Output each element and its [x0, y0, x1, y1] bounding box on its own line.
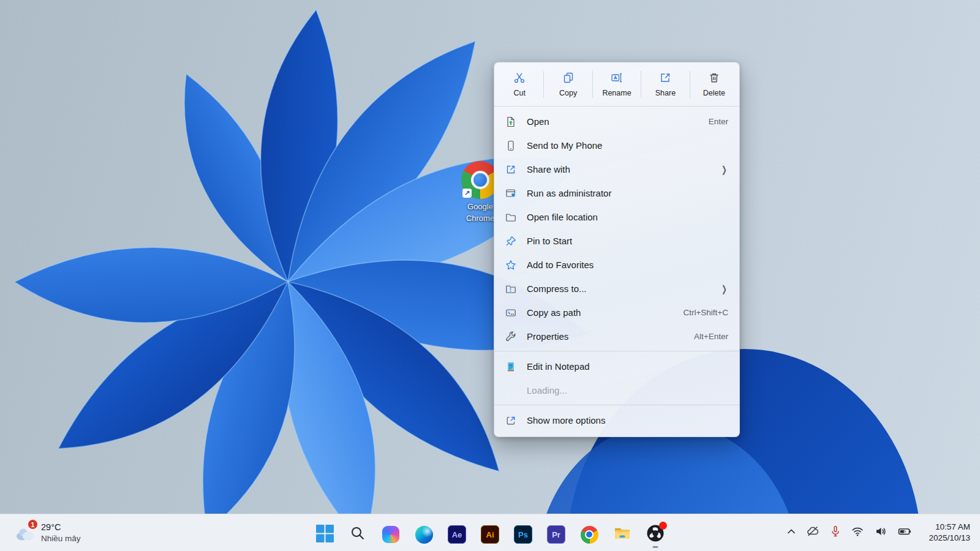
cloud-weather-icon [15, 533, 36, 544]
menu-item-shortcut: Ctrl+Shift+C [683, 308, 728, 317]
copy-label: Copy [559, 89, 577, 97]
chrome-button[interactable] [576, 520, 603, 549]
share-button[interactable]: Share [641, 66, 689, 103]
running-app-indicator [653, 546, 658, 548]
menu-item-add-to-favorites[interactable]: Add to Favorites [494, 253, 739, 277]
rename-label: Rename [602, 89, 631, 97]
context-menu-app-section: Edit in Notepad Loading... [494, 351, 739, 405]
menu-item-copy-as-path[interactable]: Copy as path Ctrl+Shift+C [494, 301, 739, 324]
photoshop-button[interactable]: Ps [510, 520, 537, 549]
copy-icon [562, 71, 575, 87]
edge-button[interactable] [410, 520, 437, 549]
battery-button[interactable] [893, 520, 916, 545]
obs-notification-badge [659, 522, 667, 530]
microphone-button[interactable] [824, 520, 846, 545]
premiere-icon: Pr [547, 525, 565, 544]
file-explorer-button[interactable] [609, 520, 636, 549]
volume-button[interactable] [870, 520, 892, 545]
speaker-icon [874, 525, 888, 541]
search-button[interactable] [344, 520, 371, 549]
chevron-up-icon [786, 526, 797, 539]
menu-item-shortcut: Enter [709, 117, 728, 126]
taskbar: 1 29°C Nhiều mây [0, 514, 980, 551]
compress-zip-icon [505, 283, 517, 295]
menu-item-share-with[interactable]: Share with ❯ [494, 157, 739, 181]
quick-settings-group [846, 520, 916, 545]
chrome-icon [581, 526, 598, 544]
menu-item-send-to-my-phone[interactable]: Send to My Phone [494, 133, 739, 157]
menu-item-label: Show more options [527, 415, 728, 425]
clock[interactable]: 10:57 AM 2025/10/13 [925, 519, 974, 546]
context-menu: Cut Copy Rename [494, 62, 740, 437]
hidden-icons-button[interactable] [782, 520, 801, 545]
menu-item-show-more-options[interactable]: Show more options [494, 408, 739, 432]
rename-button[interactable]: Rename [593, 66, 641, 103]
menu-item-label: Copy as path [527, 307, 683, 318]
menu-item-label: Pin to Start [527, 236, 728, 246]
loading-label: Loading... [527, 385, 728, 395]
pin-icon [505, 235, 517, 247]
menu-item-label: Share with [527, 164, 720, 174]
submenu-chevron-icon: ❯ [722, 165, 727, 174]
cloud-slash-icon [805, 524, 820, 541]
context-menu-footer: Show more options [494, 405, 739, 437]
obs-button[interactable] [642, 520, 669, 549]
copilot-icon [382, 526, 399, 543]
wifi-icon [851, 525, 864, 541]
show-more-options-icon [505, 414, 517, 427]
menu-item-properties[interactable]: Properties Alt+Enter [494, 324, 739, 348]
share-icon [658, 71, 672, 87]
delete-icon [707, 71, 721, 87]
wifi-button[interactable] [846, 520, 869, 545]
premiere-button[interactable]: Pr [543, 520, 570, 549]
menu-item-label: Open file location [527, 212, 728, 222]
folder-icon [505, 211, 517, 223]
taskbar-app-icons: Ae Ai Ps Pr [311, 514, 669, 551]
menu-item-compress-to[interactable]: Compress to... ❯ [494, 277, 739, 301]
system-tray: 10:57 AM 2025/10/13 [782, 514, 974, 551]
after-effects-button[interactable]: Ae [443, 520, 470, 549]
microphone-icon [829, 525, 842, 541]
phone-icon [505, 140, 517, 152]
menu-item-label: Edit in Notepad [527, 361, 728, 372]
weather-condition: Nhiều mây [41, 533, 81, 544]
cut-icon [513, 71, 526, 87]
menu-item-label: Add to Favorites [527, 260, 728, 270]
copy-button[interactable]: Copy [544, 66, 592, 103]
share-label: Share [655, 89, 676, 97]
menu-item-label: Compress to... [527, 283, 720, 294]
delete-label: Delete [703, 89, 725, 97]
menu-item-run-as-administrator[interactable]: Run as administrator [494, 181, 739, 205]
illustrator-icon: Ai [481, 525, 499, 544]
shortcut-arrow-badge: ↗ [462, 189, 472, 198]
photoshop-icon: Ps [514, 525, 532, 544]
windows-start-icon [316, 525, 334, 545]
menu-item-shortcut: Alt+Enter [694, 332, 728, 341]
clock-time: 10:57 AM [929, 522, 970, 533]
cut-button[interactable]: Cut [496, 66, 543, 103]
menu-item-label: Properties [527, 331, 694, 342]
menu-item-open-file-location[interactable]: Open file location [494, 205, 739, 229]
share-with-icon [505, 163, 517, 176]
menu-item-edit-in-notepad[interactable]: Edit in Notepad [494, 354, 739, 378]
battery-charging-icon [897, 524, 912, 541]
menu-item-label: Run as administrator [527, 188, 728, 198]
rename-icon [610, 71, 624, 87]
illustrator-button[interactable]: Ai [477, 520, 503, 549]
onedrive-paused-button[interactable] [801, 520, 824, 545]
cut-label: Cut [513, 89, 525, 97]
menu-item-pin-to-start[interactable]: Pin to Start [494, 229, 739, 253]
menu-item-open[interactable]: Open Enter [494, 110, 739, 133]
delete-button[interactable]: Delete [690, 66, 738, 103]
wallpaper-bloom [0, 0, 980, 551]
star-icon [505, 259, 517, 271]
start-button[interactable] [311, 520, 338, 549]
notepad-icon [505, 361, 517, 373]
copilot-button[interactable] [377, 520, 404, 549]
menu-item-loading: Loading... [494, 378, 739, 402]
weather-widget[interactable]: 1 29°C Nhiều mây [9, 514, 87, 551]
file-explorer-icon [613, 524, 631, 545]
loading-icon-placeholder [505, 384, 517, 397]
open-icon [505, 116, 517, 128]
submenu-chevron-icon: ❯ [722, 284, 727, 293]
